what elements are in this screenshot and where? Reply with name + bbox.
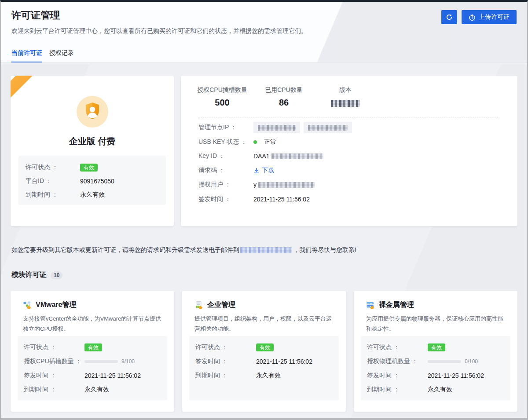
license-status-label: 许可状态 ： (26, 164, 80, 172)
authorized-user-masked (258, 182, 315, 188)
stat-label: 已用CPU数量 (257, 86, 310, 94)
module-description: 提供管理项目，组织架构，用户，权限，以及云平台运营相关的功能。 (182, 310, 346, 334)
module-issue-time-label: 签发时间 ： (195, 358, 256, 365)
dashed-divider (198, 117, 498, 117)
status-badge: 有效 (84, 343, 102, 351)
key-id-prefix: DAA1 (253, 153, 270, 160)
module-description: 为应用提供专属的物理服务器，保证核心应用的高性能和稳定性。 (354, 310, 517, 334)
stat-value: 86 (257, 98, 310, 108)
module-quota-row: 授权物理机数量 ： 0/100 (367, 354, 504, 369)
bare-metal-server-icon (366, 301, 375, 310)
vmware-workflow-icon (23, 301, 32, 310)
stat-version: 版本 (319, 86, 372, 108)
issue-time-label: 签发时间 ： (198, 195, 253, 203)
quota-progress: 0/100 (428, 358, 478, 365)
module-expiry-value: 永久有效 (84, 386, 109, 394)
license-info-panel: 许可状态 ： 有效 平台ID ： 9091675050 到期时间 ： 永久有效 (18, 156, 166, 205)
progress-track (428, 360, 461, 363)
module-issue-time-value: 2021-11-25 11:56:02 (256, 358, 312, 365)
module-issue-time-label: 签发时间 ： (24, 372, 84, 380)
content-area: 企业版 付费 许可状态 ： 有效 平台ID ： 9091675050 到期时间 … (1, 65, 527, 418)
quota-text: 0/100 (465, 358, 478, 365)
module-quota-label: 授权物理机数量 ： (367, 358, 428, 365)
page-subtitle: 欢迎来到云平台许可证管理中心，您可以查看所有已购买的许可证和它们的状态，并根据您… (11, 27, 307, 35)
green-status-dot-icon (253, 140, 257, 144)
refresh-icon (446, 14, 453, 21)
module-issue-time-row: 签发时间 ： 2021-11-25 11:56:02 (367, 369, 504, 383)
download-request-code-link[interactable]: 下载 (253, 167, 274, 175)
header-actions: 上传许可证 (441, 10, 517, 24)
stat-value-masked (319, 98, 372, 108)
authorized-user-prefix: y (253, 181, 257, 188)
module-status-row: 许可状态 ： 有效 (195, 340, 333, 354)
module-expiry-row: 到期时间 ： 永久有效 (24, 383, 161, 397)
request-code-label: 请求码 ： (198, 167, 253, 175)
tab-bar: 当前许可证 授权记录 (1, 47, 527, 63)
expiry-value: 永久有效 (80, 191, 105, 199)
module-status-row: 许可状态 ： 有效 (367, 340, 504, 354)
module-issue-time-value: 2021-11-25 11:56:02 (84, 372, 141, 379)
request-code-row: 请求码 ： 下载 (198, 164, 507, 178)
module-card-enterprise: 企业管理 提供管理项目，组织架构，用户，权限，以及云平台运营相关的功能。 许可状… (182, 291, 346, 412)
module-status-label: 许可状态 ： (24, 343, 84, 351)
module-expiry-row: 到期时间 ： 永久有效 (367, 383, 504, 397)
license-status-row: 许可状态 ： 有效 (26, 161, 159, 174)
tab-authorization-records[interactable]: 授权记录 (49, 47, 74, 62)
download-link-label: 下载 (262, 167, 274, 175)
module-issue-time-row: 签发时间 ： 2021-11-25 11:56:02 (24, 369, 161, 383)
module-card-bare-metal: 裸金属管理 为应用提供专属的物理服务器，保证核心应用的高性能和稳定性。 许可状态… (354, 291, 517, 412)
expiry-row: 到期时间 ： 永久有效 (26, 188, 159, 201)
quota-text: 9/100 (121, 358, 135, 365)
expiry-label: 到期时间 ： (26, 191, 80, 199)
license-shield-avatar (77, 96, 108, 128)
stat-used-cpu: 已用CPU数量 86 (257, 86, 310, 108)
module-status-row: 许可状态 ： 有效 (24, 340, 161, 354)
upload-button-label: 上传许可证 (479, 13, 510, 21)
key-id-masked (271, 153, 323, 159)
status-badge: 有效 (428, 343, 445, 351)
module-section-header: 模块许可证 10 (11, 270, 62, 280)
status-badge: 有效 (80, 164, 98, 172)
module-description: 支持接管vCenter的全功能，为VMware的计算节点提供独立的CPU授权。 (11, 310, 174, 334)
quota-progress: 9/100 (84, 358, 135, 365)
module-expiry-value: 永久有效 (256, 372, 281, 380)
notice-text-after: ，我们将尽快与您联系! (293, 246, 356, 254)
module-info-panel: 许可状态 ： 有效 签发时间 ： 2021-11-25 11:56:02 到期时… (189, 336, 339, 400)
management-ip-label: 管理节点IP ： (198, 124, 253, 131)
module-expiry-row: 到期时间 ： 永久有效 (195, 369, 333, 383)
authorized-user-row: 授权用户 ： y (198, 178, 507, 192)
issue-time-row: 签发时间 ： 2021-11-25 11:56:02 (198, 192, 507, 207)
key-id-row: Key ID ： DAA1 (198, 149, 507, 164)
usb-key-status-row: USB KEY 状态 ： 正常 (198, 135, 507, 150)
progress-track (84, 360, 118, 363)
management-ip-chip (253, 122, 300, 133)
module-title: 裸金属管理 (379, 300, 414, 310)
page-header: 许可证管理 欢迎来到云平台许可证管理中心，您可以查看所有已购买的许可证和它们的状… (1, 2, 527, 63)
stat-label: 版本 (319, 86, 372, 94)
tab-current-license[interactable]: 当前许可证 (11, 47, 42, 62)
module-expiry-label: 到期时间 ： (195, 372, 256, 380)
module-issue-time-row: 签发时间 ： 2021-11-25 11:56:02 (195, 354, 333, 369)
stat-value: 500 (196, 98, 249, 108)
license-management-page: 许可证管理 欢迎来到云平台许可证管理中心，您可以查看所有已购买的许可证和它们的状… (0, 0, 528, 420)
status-badge: 有效 (256, 343, 274, 351)
refresh-button[interactable] (441, 10, 457, 24)
license-overview-card: 企业版 付费 许可状态 ： 有效 平台ID ： 9091675050 到期时间 … (11, 76, 174, 226)
module-quota-label: 授权CPU插槽数量 ： (24, 358, 84, 365)
upgrade-notice: 如您需要升级到其它版本或更新许可证，请将您的请求码和升级需求发送电子邮件到 ，我… (11, 246, 356, 254)
usb-key-status-label: USB KEY 状态 ： (198, 138, 253, 146)
management-ip-chip (304, 122, 352, 133)
page-title: 许可证管理 (11, 9, 60, 22)
upload-license-button[interactable]: 上传许可证 (462, 10, 517, 24)
module-issue-time-label: 签发时间 ： (367, 372, 428, 380)
license-edition-title: 企业版 付费 (11, 135, 174, 147)
enterprise-doc-icon (194, 301, 203, 310)
key-id-label: Key ID ： (198, 152, 253, 160)
platform-id-row: 平台ID ： 9091675050 (26, 175, 159, 187)
module-info-panel: 许可状态 ： 有效 授权物理机数量 ： 0/100 签发时间 ： 2021-11… (361, 336, 510, 400)
platform-id-label: 平台ID ： (26, 177, 80, 185)
module-card-vmware: VMware管理 支持接管vCenter的全功能，为VMware的计算节点提供独… (11, 291, 174, 412)
module-expiry-label: 到期时间 ： (367, 386, 428, 394)
module-section-title: 模块许可证 (11, 270, 47, 280)
module-count-badge: 10 (51, 271, 62, 279)
